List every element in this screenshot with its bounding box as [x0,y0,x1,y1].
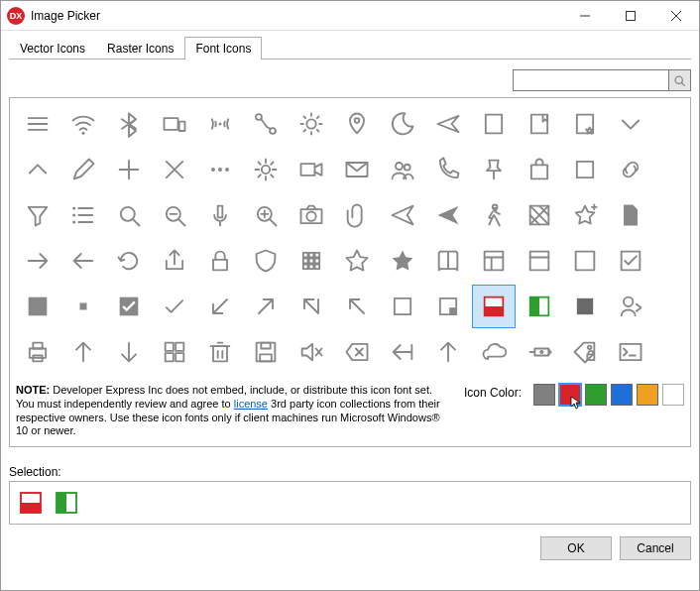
up-icon[interactable] [426,330,470,374]
cancel-button[interactable]: Cancel [620,536,691,560]
search-icon[interactable] [107,193,151,237]
edit-icon[interactable] [61,148,105,191]
close-icon[interactable] [153,148,196,191]
shopping-bag-icon[interactable] [518,148,561,191]
tab-vector-icons[interactable]: Vector Icons [9,37,96,59]
star-filled-icon[interactable] [381,239,424,283]
color-swatch-3[interactable] [611,384,633,406]
list-icon[interactable] [61,193,105,237]
send-icon[interactable] [426,193,470,237]
color-swatch-0[interactable] [533,384,555,406]
search-button[interactable] [669,69,691,91]
route-icon[interactable] [244,102,288,146]
star-tablet-icon[interactable] [563,102,607,146]
pin-icon[interactable] [472,148,516,191]
chevron-up-icon[interactable] [16,148,59,191]
phone-icon[interactable] [426,148,470,191]
bluetooth-icon[interactable] [107,102,151,146]
refresh-icon[interactable] [107,239,151,283]
plus-icon[interactable] [107,148,151,191]
filter-icon[interactable] [16,193,59,237]
back-icon[interactable] [381,330,424,374]
tablet-icon[interactable] [472,102,516,146]
ok-button[interactable]: OK [540,536,612,560]
attach-icon[interactable] [335,193,379,237]
color-swatch-5[interactable] [662,384,684,406]
chevron-down-icon[interactable] [609,102,652,146]
flashlight-icon[interactable] [518,330,561,374]
cloud-icon[interactable] [472,330,516,374]
arrow-down-icon[interactable] [107,330,151,374]
zoom-out-icon[interactable] [153,193,196,237]
shield-icon[interactable] [244,239,288,283]
document-icon[interactable] [609,193,652,237]
color-swatch-2[interactable] [585,384,607,406]
zoom-in-icon[interactable] [244,193,288,237]
tab-raster-icons[interactable]: Raster Icons [96,37,184,59]
apps-icon[interactable] [153,330,196,374]
square-icon[interactable] [563,148,607,191]
mail-icon[interactable] [335,148,379,191]
square-filled-icon[interactable] [16,285,59,328]
command-line-icon[interactable] [609,330,652,374]
layout-1-icon[interactable] [472,239,516,283]
arrow-up-right-icon[interactable] [244,285,288,328]
save-icon[interactable] [244,330,288,374]
print-icon[interactable] [16,330,59,374]
checkbox-checked-icon[interactable] [609,239,652,283]
check-icon[interactable] [153,285,196,328]
moon-icon[interactable] [381,102,424,146]
close-window-button[interactable] [653,1,699,31]
star-add-icon[interactable] [563,193,607,237]
walk-icon[interactable] [472,193,516,237]
color-swatch-4[interactable] [637,384,658,406]
checkbox-empty-icon[interactable] [563,239,607,283]
square-outline-icon[interactable] [381,285,424,328]
microphone-icon[interactable] [198,193,242,237]
tab-font-icons[interactable]: Font Icons [184,37,262,59]
volume-mute-icon[interactable] [290,330,333,374]
arrow-up-left-icon[interactable] [335,285,379,328]
square-small-icon[interactable] [61,285,105,328]
video-icon[interactable] [290,148,333,191]
send-outline-icon[interactable] [381,193,424,237]
minimize-button[interactable] [562,1,608,31]
half-green-icon[interactable] [518,285,561,328]
layout-2-icon[interactable] [518,239,561,283]
user-arrow-icon[interactable] [609,285,652,328]
maximize-button[interactable] [608,1,653,31]
selection-half-red[interactable] [16,488,46,518]
broadcast-icon[interactable] [198,102,242,146]
more-icon[interactable] [198,148,242,191]
star-outline-icon[interactable] [335,239,379,283]
search-input[interactable] [513,69,669,91]
arrow-down-left-icon[interactable] [198,285,242,328]
arrow-up-left-alt-icon[interactable] [290,285,333,328]
accept-icon[interactable] [107,285,151,328]
book-icon[interactable] [426,239,470,283]
airplane-icon[interactable] [426,102,470,146]
square-dark-icon[interactable] [563,285,607,328]
pattern-icon[interactable] [518,193,561,237]
location-icon[interactable] [335,102,379,146]
arrow-left-icon[interactable] [61,239,105,283]
tag-lock-icon[interactable] [563,330,607,374]
menu-icon[interactable] [16,102,59,146]
wifi-icon[interactable] [61,102,105,146]
camera-icon[interactable] [290,193,333,237]
keypad-icon[interactable] [290,239,333,283]
half-red-icon[interactable] [472,285,516,328]
delete-icon[interactable] [198,330,242,374]
people-icon[interactable] [381,148,424,191]
brightness-icon[interactable] [290,102,333,146]
license-link[interactable]: license [234,398,268,410]
settings-icon[interactable] [244,148,288,191]
bookmark-tablet-icon[interactable] [518,102,561,146]
share-icon[interactable] [153,239,196,283]
link-icon[interactable] [609,148,652,191]
arrow-right-icon[interactable] [16,239,59,283]
selection-half-green[interactable] [52,488,81,518]
lock-icon[interactable] [198,239,242,283]
delete-x-icon[interactable] [335,330,379,374]
arrow-up-icon[interactable] [61,330,105,374]
